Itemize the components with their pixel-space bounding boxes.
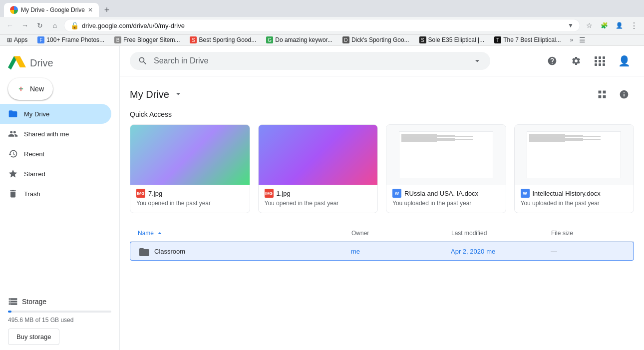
doc-line	[529, 137, 565, 138]
apps-grid-icon	[595, 56, 606, 66]
doc-icon-3: W	[521, 189, 530, 198]
qa-file-desc-0: You opened in the past year	[136, 200, 244, 207]
sidebar-item-shared[interactable]: Shared with me	[0, 124, 111, 144]
sidebar-item-starred[interactable]: Starred	[0, 164, 111, 184]
qa-file-name-0: 7.jpg	[148, 190, 162, 197]
bookmark-3[interactable]: S Best Sporting Good...	[187, 35, 259, 44]
bookmark-7[interactable]: T The 7 Best Elliptical...	[491, 35, 564, 44]
col-header-owner[interactable]: Owner	[351, 229, 451, 237]
tab-title: My Drive - Google Drive	[21, 6, 85, 13]
content-area: My Drive Quick Access	[120, 76, 644, 350]
col-header-name[interactable]: Name	[138, 229, 351, 237]
bookmark-6[interactable]: S Sole E35 Elliptical |...	[416, 35, 488, 44]
file-name-text: Classroom	[154, 248, 185, 255]
app-container: Drive New My Drive Shared wi	[0, 46, 644, 350]
doc-line	[529, 139, 601, 140]
bookmark-6-label: Sole E35 Elliptical |...	[428, 36, 485, 43]
sidebar-item-recent[interactable]: Recent	[0, 144, 111, 164]
url-text: drive.google.com/drive/u/0/my-drive	[82, 22, 565, 29]
extensions-button[interactable]: 🧩	[598, 19, 610, 31]
back-button[interactable]: ←	[4, 19, 16, 31]
sidebar-toggle-icon[interactable]: ☰	[579, 36, 586, 44]
search-dropdown-icon[interactable]	[472, 56, 482, 66]
search-bar[interactable]	[130, 52, 490, 70]
bookmark-7-label: The 7 Best Elliptical...	[503, 36, 561, 43]
col-header-modified[interactable]: Last modified	[451, 229, 551, 237]
quick-access-card-3[interactable]: W Intellectual History.docx You uploaded…	[514, 124, 635, 213]
bookmark-5[interactable]: D Dick's Sporting Goo...	[339, 35, 412, 44]
quick-access-card-2[interactable]: W RUssia and USA. IA.docx You uploaded i…	[386, 124, 506, 213]
file-modified-cell: Apr 2, 2020 me	[451, 248, 551, 255]
drive-logo-icon	[8, 54, 26, 72]
bookmark-3-icon: S	[190, 36, 197, 43]
bookmark-1-icon: F	[37, 36, 44, 43]
account-icon[interactable]: 👤	[613, 19, 625, 31]
address-dropdown-icon[interactable]: ▼	[568, 22, 574, 29]
info-button[interactable]	[614, 84, 634, 104]
file-modified-by: me	[486, 248, 495, 255]
home-button[interactable]: ⌂	[49, 19, 61, 31]
quick-access-label: Quick Access	[130, 110, 634, 118]
settings-button[interactable]	[566, 51, 586, 71]
reload-button[interactable]: ↻	[34, 19, 46, 31]
address-bar[interactable]: 🔒 drive.google.com/drive/u/0/my-drive ▼	[64, 19, 580, 32]
forward-button[interactable]: →	[19, 19, 31, 31]
sidebar-item-my-drive[interactable]: My Drive	[0, 104, 111, 124]
col-size-label: File size	[551, 230, 573, 237]
new-tab-button[interactable]: +	[100, 3, 114, 17]
doc-line	[401, 134, 437, 135]
my-drive-title-text: My Drive	[130, 89, 169, 100]
col-header-size[interactable]: File size	[551, 229, 626, 237]
bookmark-2[interactable]: B Free Blogger Sitem...	[111, 35, 183, 44]
search-icon	[138, 56, 148, 66]
bookmark-4[interactable]: G Do amazing keywor...	[263, 35, 335, 44]
bookmark-2-icon: B	[114, 36, 121, 43]
bookmark-4-icon: G	[266, 36, 273, 43]
my-drive-dropdown-button[interactable]	[173, 89, 183, 100]
info-icon	[619, 89, 629, 99]
qa-file-desc-1: You opened in the past year	[265, 200, 372, 207]
browser-tab[interactable]: My Drive - Google Drive ✕	[4, 3, 99, 17]
col-owner-label: Owner	[351, 230, 369, 237]
table-row[interactable]: Classroom me Apr 2, 2020 me —	[130, 242, 634, 261]
new-button-label: New	[30, 85, 44, 93]
more-options-button[interactable]: ⋮	[628, 19, 640, 31]
doc-line	[401, 138, 455, 139]
qa-file-desc-2: You uploaded in the past year	[392, 200, 500, 207]
bookmark-2-label: Free Blogger Sitem...	[123, 36, 180, 43]
account-avatar[interactable]: 👤	[614, 51, 634, 71]
doc-line	[529, 136, 601, 137]
apps-text: Apps	[14, 36, 27, 43]
bookmark-1[interactable]: F 100+ Frame Photos...	[34, 35, 107, 44]
thumbnail-3	[515, 125, 634, 185]
storage-used-text: 495.6 MB of 15 GB used	[8, 317, 111, 324]
doc-line	[401, 136, 473, 137]
quick-access-card-0[interactable]: IMG 7.jpg You opened in the past year	[130, 124, 250, 213]
thumbnail-0	[130, 125, 250, 185]
bookmark-3-label: Best Sporting Good...	[199, 36, 256, 43]
buy-storage-button[interactable]: Buy storage	[8, 329, 59, 345]
sort-arrow-icon	[156, 229, 164, 237]
doc-line	[401, 141, 437, 142]
bookmark-4-label: Do amazing keywor...	[275, 36, 332, 43]
more-bookmarks-icon[interactable]: »	[570, 36, 574, 43]
new-button[interactable]: New	[8, 78, 53, 100]
qa-info-0: IMG 7.jpg You opened in the past year	[130, 185, 250, 213]
sidebar: Drive New My Drive Shared wi	[0, 46, 120, 350]
help-button[interactable]	[542, 51, 562, 71]
bookmark-star-button[interactable]: ☆	[583, 19, 595, 31]
search-input[interactable]	[154, 56, 466, 65]
tab-close-icon[interactable]: ✕	[88, 6, 93, 13]
doc-line	[401, 140, 455, 141]
apps-button[interactable]	[590, 51, 610, 71]
file-size-cell: —	[551, 248, 626, 255]
bookmark-apps[interactable]: ⊞ Apps	[4, 35, 30, 44]
plus-icon	[16, 84, 26, 94]
grid-view-button[interactable]	[592, 84, 612, 104]
sidebar-item-trash[interactable]: Trash	[0, 184, 111, 204]
drive-logo-text: Drive	[30, 57, 53, 69]
quick-access-card-1[interactable]: IMG 1.jpg You opened in the past year	[258, 124, 378, 213]
qa-file-name-1: 1.jpg	[277, 190, 291, 197]
file-owner-text: me	[351, 248, 360, 255]
trash-label: Trash	[24, 190, 40, 198]
